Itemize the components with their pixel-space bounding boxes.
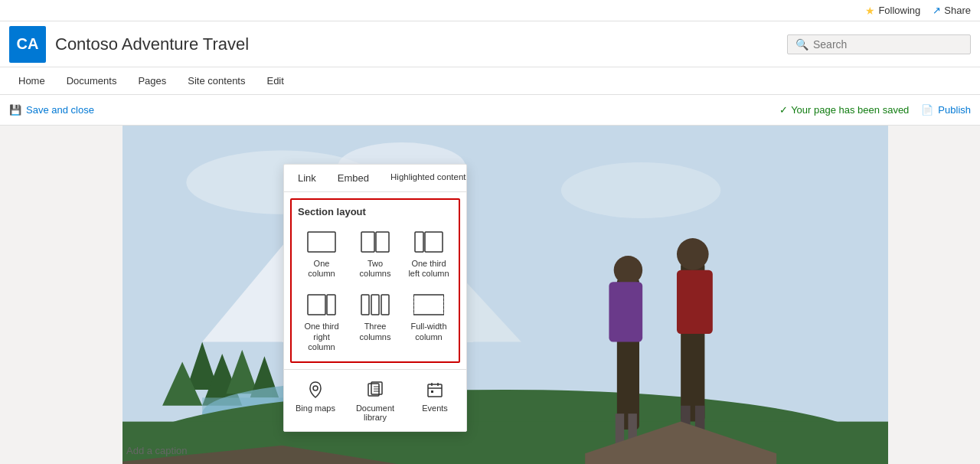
svg-rect-31	[308, 232, 335, 252]
section-layout-area: Section layout One column	[290, 198, 460, 363]
main-content: Add a caption Link Embed Highlighted con…	[0, 126, 980, 464]
search-box[interactable]: 🔍	[787, 34, 971, 54]
bing-maps-item[interactable]: Bing maps	[287, 374, 344, 426]
svg-rect-32	[361, 232, 374, 252]
document-library-icon	[364, 379, 386, 400]
logo-box: CA	[9, 26, 46, 63]
one-third-left-label: One third left column	[408, 259, 449, 279]
save-close-label: Save and close	[26, 104, 94, 116]
top-bar: ★ Following ↗ Share	[0, 0, 980, 21]
one-third-right-icon	[303, 291, 340, 319]
svg-point-3	[561, 162, 720, 218]
popup-bottom-icons: Bing maps Document library	[284, 369, 466, 431]
svg-rect-37	[327, 295, 335, 315]
save-icon: 💾	[9, 104, 21, 116]
one-third-left-icon	[410, 228, 447, 256]
nav-site-contents[interactable]: Site contents	[178, 70, 254, 91]
search-input[interactable]	[813, 38, 962, 51]
bing-maps-label: Bing maps	[296, 404, 335, 413]
layout-two-columns[interactable]: Two columns	[351, 225, 399, 282]
publish-area: ✓ Your page has been saved 📄 Publish	[779, 104, 971, 116]
share-button[interactable]: ↗ Share	[933, 5, 971, 16]
following-button[interactable]: ★ Following	[865, 5, 920, 17]
caption-text: Add a caption	[126, 445, 188, 456]
svg-rect-40	[381, 295, 389, 315]
section-layout-title: Section layout	[298, 206, 452, 217]
svg-rect-33	[376, 232, 389, 252]
tab-highlighted-content[interactable]: Highlighted content	[380, 165, 476, 191]
one-column-label: One column	[301, 259, 342, 279]
nav-edit[interactable]: Edit	[257, 70, 292, 91]
saved-text: Your page has been saved	[791, 104, 909, 116]
svg-point-20	[677, 238, 709, 270]
svg-point-25	[614, 256, 643, 285]
svg-rect-35	[425, 232, 443, 252]
full-width-label: Full-width column	[408, 322, 449, 341]
hero-svg	[122, 126, 888, 464]
nav-bar: Home Documents Pages Site contents Edit	[0, 67, 980, 95]
layout-three-columns[interactable]: Three columns	[351, 288, 399, 355]
search-icon: 🔍	[795, 38, 808, 51]
following-label: Following	[878, 5, 920, 16]
one-third-right-label: One third right column	[301, 322, 342, 352]
svg-rect-41	[413, 295, 444, 315]
one-column-icon	[303, 228, 340, 256]
publish-button[interactable]: 📄 Publish	[921, 104, 971, 116]
header: CA Contoso Adventure Travel 🔍	[0, 21, 980, 67]
document-library-label: Document library	[353, 404, 397, 422]
nav-documents[interactable]: Documents	[57, 70, 126, 91]
nav-home[interactable]: Home	[9, 70, 54, 91]
three-columns-icon	[357, 291, 394, 319]
svg-rect-21	[677, 270, 713, 334]
svg-rect-38	[361, 295, 369, 315]
hero-image	[122, 126, 888, 464]
publish-icon: 📄	[921, 104, 933, 116]
left-sidebar	[0, 126, 122, 464]
section-layout-popup: Link Embed Highlighted content Section l…	[283, 164, 467, 432]
layout-one-third-right[interactable]: One third right column	[298, 288, 345, 355]
saved-message: ✓ Your page has been saved	[779, 104, 909, 116]
bing-maps-icon	[305, 379, 326, 400]
share-label: Share	[944, 5, 971, 16]
svg-rect-34	[415, 232, 423, 252]
events-icon	[424, 379, 446, 400]
check-icon: ✓	[779, 104, 788, 116]
image-caption: Add a caption	[126, 445, 188, 456]
layout-one-column[interactable]: One column	[298, 225, 345, 282]
three-columns-label: Three columns	[354, 322, 396, 341]
svg-rect-39	[371, 295, 379, 315]
tab-link[interactable]: Link	[287, 165, 327, 191]
popup-tabs: Link Embed Highlighted content	[284, 165, 466, 192]
site-title: Contoso Adventure Travel	[55, 34, 787, 54]
events-label: Events	[422, 404, 448, 413]
publish-label: Publish	[938, 104, 971, 116]
layout-full-width[interactable]: Full-width column	[405, 288, 452, 355]
events-item[interactable]: Events	[407, 374, 463, 426]
full-width-icon	[410, 291, 447, 319]
document-library-item[interactable]: Document library	[347, 374, 403, 426]
nav-pages[interactable]: Pages	[129, 70, 175, 91]
save-close-button[interactable]: 💾 Save and close	[9, 104, 94, 116]
two-columns-icon	[357, 228, 394, 256]
share-icon: ↗	[933, 5, 941, 16]
svg-rect-50	[428, 384, 442, 397]
logo-initials: CA	[17, 35, 39, 53]
layout-one-third-left[interactable]: One third left column	[405, 225, 452, 282]
right-sidebar	[888, 126, 980, 464]
svg-rect-54	[431, 390, 433, 393]
edit-toolbar: 💾 Save and close ✓ Your page has been sa…	[0, 95, 980, 126]
svg-rect-26	[609, 282, 642, 341]
star-icon: ★	[865, 5, 875, 17]
two-columns-label: Two columns	[354, 259, 396, 279]
layout-grid: One column Two columns	[298, 225, 452, 355]
svg-rect-36	[308, 295, 325, 315]
tab-embed[interactable]: Embed	[327, 165, 380, 191]
svg-point-44	[313, 386, 318, 390]
